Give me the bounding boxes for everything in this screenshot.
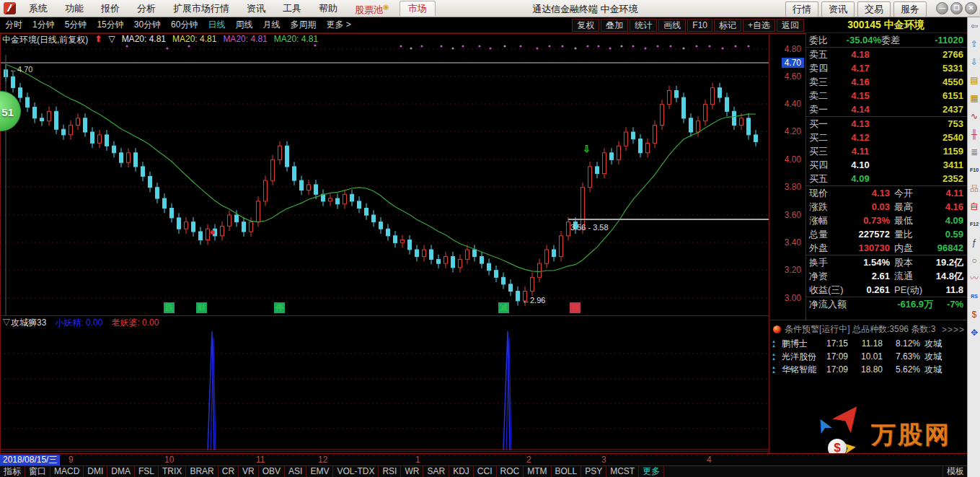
titlebar-button-服务[interactable]: 服务 (893, 1, 927, 17)
subchart-title[interactable]: ▽攻城狮33 (2, 317, 46, 329)
period-tab-周线[interactable]: 周线 (230, 17, 257, 32)
indicator-tab-ROC[interactable]: ROC (497, 466, 524, 477)
period-tab-60分钟[interactable]: 60分钟 (166, 17, 203, 32)
menu-item-扩展市场行情[interactable]: 扩展市场行情 (164, 0, 238, 17)
alert-row-光洋股份[interactable]: ▲▲光洋股份17:0910.017.63%攻城 (770, 350, 967, 363)
main-candlestick-chart[interactable]: ←4.703.56 - 3.58←2.96⇩ (0, 42, 769, 315)
menu-item-market[interactable]: 市场 (399, 1, 436, 16)
table-icon[interactable]: ▦ (968, 89, 980, 108)
indicator-tab-MACD[interactable]: MACD (50, 466, 84, 477)
chart-action-+自选[interactable]: +自选 (743, 19, 775, 32)
ask-row-卖五[interactable]: 卖五4.182766 (806, 48, 966, 61)
chart-action-统计[interactable]: 统计 (630, 19, 657, 32)
indicator-tab-PSY[interactable]: PSY (581, 466, 606, 477)
bid-row-买四[interactable]: 买四4.103411 (806, 158, 966, 172)
bid-row-买一[interactable]: 买一4.13753 (806, 117, 966, 131)
titlebar-button-行情[interactable]: 行情 (785, 1, 818, 17)
indicator-tab-EMV[interactable]: EMV (306, 466, 333, 477)
indicator-tab-more[interactable]: 更多 (639, 466, 664, 477)
indicator-tab-DMI[interactable]: DMI (84, 466, 107, 477)
chart-action-F10[interactable]: F10 (687, 19, 712, 32)
indicator-tab-BOLL[interactable]: BOLL (552, 466, 582, 477)
indicator-tab-VR[interactable]: VR (239, 466, 259, 477)
rsi-icon[interactable]: RS (968, 288, 980, 306)
ask-row-卖三[interactable]: 卖三4.164550 (806, 75, 966, 89)
price-axis: 4.804.704.604.404.204.003.803.603.403.20… (769, 17, 805, 465)
menu-item-系统[interactable]: 系统 (20, 0, 56, 17)
list-icon[interactable]: ≣ (968, 144, 980, 162)
restore-button[interactable]: ❐ (950, 2, 963, 14)
candlestick-icon[interactable]: ╫ (968, 126, 980, 144)
self-select-icon[interactable]: 自 (968, 198, 980, 216)
indicator-tab-DMA[interactable]: DMA (107, 466, 135, 477)
close-button[interactable]: ✕ (965, 2, 977, 14)
period-tab-15分钟[interactable]: 15分钟 (92, 17, 128, 32)
subchart-header: ▽攻城狮33 小妖精: 0.00老妖婆: 0.00 (2, 317, 159, 329)
titlebar-button-交易[interactable]: 交易 (857, 1, 891, 17)
period-tab-多周期[interactable]: 多周期 (285, 17, 321, 32)
template-button[interactable]: 模板 (943, 466, 968, 477)
menu-item-分析[interactable]: 分析 (128, 0, 164, 17)
chart-action-返回[interactable]: 返回 (777, 19, 804, 32)
indicator-tab-BRAR[interactable]: BRAR (186, 466, 218, 477)
indicator-tab-CR[interactable]: CR (218, 466, 239, 477)
back-icon[interactable]: ⇦ (968, 17, 980, 35)
indicator-subchart[interactable] (0, 329, 769, 452)
period-tab-5分钟[interactable]: 5分钟 (60, 17, 92, 32)
indicator-tab-ASI[interactable]: ASI (285, 466, 306, 477)
up-icon[interactable]: ⇧ (968, 35, 980, 53)
move-icon[interactable]: ✥ (968, 324, 980, 342)
alert-row-华铭智能[interactable]: ▲▲华铭智能17:0918.805.62%攻城 (770, 363, 967, 376)
f12-icon[interactable]: F12 (968, 216, 980, 234)
report-icon[interactable]: ▤ (968, 71, 980, 89)
menu-item-资讯[interactable]: 资讯 (238, 0, 274, 17)
indicator-tab-WR[interactable]: WR (401, 466, 423, 477)
indicator-tab-SAR[interactable]: SAR (423, 466, 449, 477)
period-tab-分时[interactable]: 分时 (0, 17, 27, 32)
circle-icon[interactable]: ○ (968, 252, 980, 270)
money-icon[interactable]: $ (968, 306, 980, 324)
minimize-button[interactable]: — (936, 2, 948, 14)
indicator-tab-RSI[interactable]: RSI (379, 466, 401, 477)
chart-action-画线[interactable]: 画线 (658, 19, 686, 32)
indicator-tab-KDJ[interactable]: KDJ (449, 466, 474, 477)
ask-row-卖一[interactable]: 卖一4.142437 (806, 102, 966, 116)
alert-more-link[interactable]: >>>> (942, 325, 965, 335)
menu-item-功能[interactable]: 功能 (56, 0, 92, 17)
ask-row-卖二[interactable]: 卖二4.156151 (806, 89, 966, 102)
chart-action-复权[interactable]: 复权 (572, 19, 599, 32)
indicator-tab-窗口[interactable]: 窗口 (25, 466, 50, 477)
ask-row-卖四[interactable]: 卖四4.175331 (806, 61, 966, 75)
menu-item-stock-pool[interactable]: 股票池◉ (346, 0, 394, 18)
indicator-tab-VOL-TDX[interactable]: VOL-TDX (333, 466, 379, 477)
period-tab-更多 >[interactable]: 更多 > (321, 17, 356, 32)
period-tab-1分钟[interactable]: 1分钟 (27, 17, 60, 32)
alert-row-鹏博士[interactable]: ▲▲鹏博士17:1511.188.12%攻城 (770, 337, 967, 350)
f10-icon[interactable]: F10 (968, 162, 980, 180)
bid-row-买二[interactable]: 买二4.122540 (806, 131, 966, 144)
tree-icon[interactable]: 品 (968, 180, 980, 198)
function-icon[interactable]: ƒ (968, 234, 980, 252)
bid-row-买五[interactable]: 买五4.092352 (806, 172, 966, 185)
expand-marker-icon[interactable]: ▽ (108, 34, 115, 46)
titlebar-button-资讯[interactable]: 资讯 (821, 1, 855, 17)
indicator-tab-CCI[interactable]: CCI (474, 466, 497, 477)
bid-row-买三[interactable]: 买三4.111159 (806, 144, 966, 158)
chart-action-标记[interactable]: 标记 (714, 19, 741, 32)
wave-icon[interactable]: 〰 (968, 270, 980, 288)
period-tab-月线[interactable]: 月线 (257, 17, 285, 32)
period-tab-30分钟[interactable]: 30分钟 (129, 17, 166, 32)
menu-item-帮助[interactable]: 帮助 (310, 0, 346, 17)
indicator-tab-MCST[interactable]: MCST (606, 466, 639, 477)
down-icon[interactable]: ⇩ (968, 53, 980, 71)
indicator-tab-MTM[interactable]: MTM (524, 466, 551, 477)
period-tab-日线[interactable]: 日线 (203, 17, 230, 32)
chart-action-叠加[interactable]: 叠加 (601, 19, 628, 32)
indicator-tab-指标[interactable]: 指标 (0, 466, 25, 477)
indicator-tab-FSL[interactable]: FSL (135, 466, 159, 477)
indicator-tab-OBV[interactable]: OBV (259, 466, 285, 477)
indicator-tab-TRIX[interactable]: TRIX (159, 466, 186, 477)
menu-item-报价[interactable]: 报价 (92, 0, 128, 17)
menu-item-工具[interactable]: 工具 (274, 0, 310, 17)
line-chart-icon[interactable]: ∿ (968, 108, 980, 126)
